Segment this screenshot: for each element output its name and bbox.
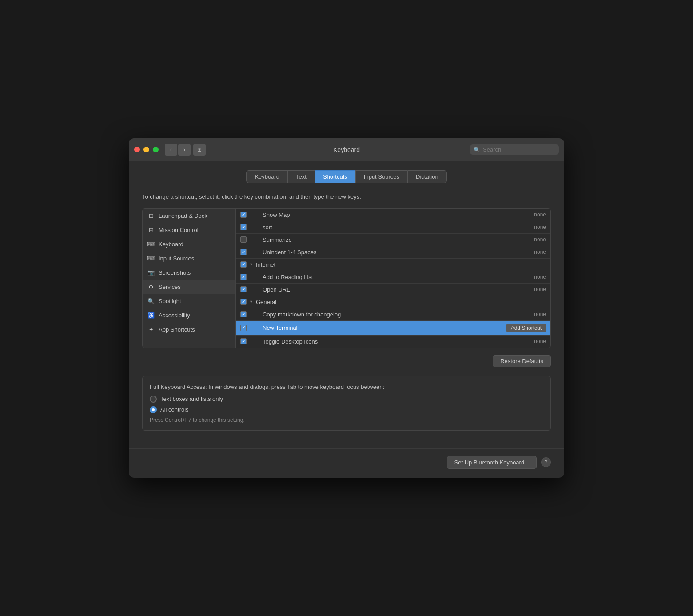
nav-buttons: ‹ › bbox=[165, 144, 191, 156]
checkbox-toggle-desktop[interactable]: ✓ bbox=[240, 338, 247, 344]
tab-bar: Keyboard Text Shortcuts Input Sources Di… bbox=[142, 170, 551, 183]
section-header-general[interactable]: ✓ ▼ General bbox=[236, 296, 550, 308]
checkbox-show-map[interactable]: ✓ bbox=[240, 212, 247, 218]
sidebar-item-input-sources[interactable]: ⌨ Input Sources bbox=[143, 252, 235, 266]
grid-button[interactable]: ⊞ bbox=[193, 144, 206, 156]
shortcut-row-unindent[interactable]: ✓ Unindent 1-4 Spaces none bbox=[236, 246, 550, 259]
traffic-lights bbox=[134, 147, 159, 152]
checkbox-unindent[interactable]: ✓ bbox=[240, 249, 247, 255]
shortcut-name-copy-markdown: Copy markdown for changelog bbox=[250, 311, 525, 318]
tab-input-sources[interactable]: Input Sources bbox=[355, 170, 407, 183]
shortcut-value-add-reading-list: none bbox=[528, 274, 546, 280]
main-layout: ⊞ Launchpad & Dock ⊟ Mission Control ⌨ K… bbox=[142, 208, 551, 348]
back-button[interactable]: ‹ bbox=[165, 144, 177, 156]
sidebar-item-screenshots[interactable]: 📷 Screenshots bbox=[143, 266, 235, 280]
sidebar-item-launchpad[interactable]: ⊞ Launchpad & Dock bbox=[143, 209, 235, 223]
shortcut-name-open-url: Open URL bbox=[250, 286, 525, 293]
shortcut-name-new-terminal: New Terminal bbox=[250, 324, 503, 331]
sidebar-item-label-keyboard: Keyboard bbox=[159, 241, 183, 248]
checkbox-general[interactable]: ✓ bbox=[240, 299, 247, 305]
section-header-internet[interactable]: ✓ ▼ Internet bbox=[236, 259, 550, 271]
tab-keyboard[interactable]: Keyboard bbox=[246, 170, 287, 183]
checkbox-sort[interactable]: ✓ bbox=[240, 224, 247, 230]
help-button[interactable]: ? bbox=[541, 457, 551, 467]
checkbox-summarize[interactable] bbox=[240, 236, 247, 243]
sidebar-item-label-input-sources: Input Sources bbox=[159, 255, 194, 262]
sidebar-item-label-screenshots: Screenshots bbox=[159, 269, 191, 276]
keyboard-preferences-window: ‹ › ⊞ Keyboard 🔍 Keyboard Text Shortcuts… bbox=[129, 138, 564, 477]
radio-group: Text boxes and lists only All controls bbox=[150, 396, 543, 413]
launchpad-icon: ⊞ bbox=[147, 212, 155, 220]
shortcut-row-copy-markdown[interactable]: ✓ Copy markdown for changelog none bbox=[236, 308, 550, 321]
search-icon: 🔍 bbox=[474, 147, 480, 153]
accessibility-icon: ♿ bbox=[147, 312, 155, 320]
shortcut-list: ✓ Show Map none ✓ sort none Summarize no… bbox=[236, 209, 550, 348]
shortcut-value-toggle-desktop: none bbox=[528, 338, 546, 344]
shortcut-row-toggle-desktop[interactable]: ✓ Toggle Desktop Icons none bbox=[236, 336, 550, 348]
sidebar-item-label-accessibility: Accessibility bbox=[159, 312, 190, 319]
screenshots-icon: 📷 bbox=[147, 269, 155, 277]
sidebar-item-label-app-shortcuts: App Shortcuts bbox=[159, 326, 195, 333]
radio-label-text-boxes: Text boxes and lists only bbox=[160, 396, 223, 402]
sidebar-item-spotlight[interactable]: 🔍 Spotlight bbox=[143, 294, 235, 308]
search-box: 🔍 bbox=[470, 144, 559, 155]
checkbox-add-reading-list[interactable]: ✓ bbox=[240, 274, 247, 280]
bluetooth-keyboard-button[interactable]: Set Up Bluetooth Keyboard... bbox=[447, 456, 537, 469]
shortcut-value-unindent: none bbox=[528, 249, 546, 255]
search-input[interactable] bbox=[483, 146, 555, 153]
triangle-internet: ▼ bbox=[249, 262, 253, 267]
keyboard-icon: ⌨ bbox=[147, 240, 155, 248]
triangle-general: ▼ bbox=[249, 300, 253, 304]
checkbox-copy-markdown[interactable]: ✓ bbox=[240, 311, 247, 317]
radio-circle-text-boxes[interactable] bbox=[150, 396, 157, 403]
sidebar-item-keyboard[interactable]: ⌨ Keyboard bbox=[143, 237, 235, 252]
radio-circle-all-controls[interactable] bbox=[150, 406, 157, 413]
app-shortcuts-icon: ✦ bbox=[147, 326, 155, 334]
checkbox-internet[interactable]: ✓ bbox=[240, 261, 247, 268]
content-area: Keyboard Text Shortcuts Input Sources Di… bbox=[129, 161, 564, 448]
sidebar-item-services[interactable]: ⚙ Services bbox=[143, 280, 235, 294]
shortcut-row-summarize[interactable]: Summarize none bbox=[236, 234, 550, 246]
shortcut-value-sort: none bbox=[528, 224, 546, 230]
shortcut-name-toggle-desktop: Toggle Desktop Icons bbox=[250, 338, 525, 345]
section-name-general: General bbox=[256, 299, 276, 305]
tab-dictation[interactable]: Dictation bbox=[407, 170, 447, 183]
close-button[interactable] bbox=[134, 147, 140, 152]
shortcut-name-summarize: Summarize bbox=[250, 236, 525, 243]
control-hint: Press Control+F7 to change this setting. bbox=[150, 417, 543, 423]
shortcut-value-summarize: none bbox=[528, 236, 546, 243]
sidebar-item-label-mission-control: Mission Control bbox=[159, 227, 199, 233]
tab-text[interactable]: Text bbox=[287, 170, 315, 183]
forward-button[interactable]: › bbox=[178, 144, 191, 156]
checkbox-new-terminal[interactable]: ✓ bbox=[240, 325, 247, 331]
shortcut-value-copy-markdown: none bbox=[528, 311, 546, 317]
shortcut-row-open-url[interactable]: ✓ Open URL none bbox=[236, 284, 550, 296]
bottom-bar: Set Up Bluetooth Keyboard... ? bbox=[129, 448, 564, 478]
input-sources-icon: ⌨ bbox=[147, 255, 155, 263]
keyboard-access-section: Full Keyboard Access: In windows and dia… bbox=[142, 376, 551, 431]
sidebar-item-mission-control[interactable]: ⊟ Mission Control bbox=[143, 223, 235, 237]
titlebar: ‹ › ⊞ Keyboard 🔍 bbox=[129, 138, 564, 161]
tab-shortcuts[interactable]: Shortcuts bbox=[315, 170, 355, 183]
shortcut-value-show-map: none bbox=[528, 212, 546, 218]
spotlight-icon: 🔍 bbox=[147, 297, 155, 305]
window-title: Keyboard bbox=[333, 146, 360, 153]
shortcut-name-add-reading-list: Add to Reading List bbox=[250, 274, 525, 280]
add-shortcut-button[interactable]: Add Shortcut bbox=[506, 324, 546, 332]
restore-defaults-button[interactable]: Restore Defaults bbox=[493, 355, 551, 367]
section-name-internet: Internet bbox=[256, 261, 275, 268]
mission-control-icon: ⊟ bbox=[147, 226, 155, 234]
shortcut-row-show-map[interactable]: ✓ Show Map none bbox=[236, 209, 550, 221]
shortcut-value-open-url: none bbox=[528, 286, 546, 292]
radio-item-text-boxes[interactable]: Text boxes and lists only bbox=[150, 396, 543, 403]
sidebar-item-app-shortcuts[interactable]: ✦ App Shortcuts bbox=[143, 323, 235, 337]
radio-label-all-controls: All controls bbox=[160, 406, 189, 413]
shortcut-row-add-reading-list[interactable]: ✓ Add to Reading List none bbox=[236, 271, 550, 284]
sidebar-item-accessibility[interactable]: ♿ Accessibility bbox=[143, 308, 235, 323]
minimize-button[interactable] bbox=[143, 147, 149, 152]
maximize-button[interactable] bbox=[153, 147, 159, 152]
shortcut-row-new-terminal[interactable]: ✓ New Terminal Add Shortcut bbox=[236, 321, 550, 336]
radio-item-all-controls[interactable]: All controls bbox=[150, 406, 543, 413]
checkbox-open-url[interactable]: ✓ bbox=[240, 286, 247, 292]
shortcut-row-sort[interactable]: ✓ sort none bbox=[236, 221, 550, 234]
